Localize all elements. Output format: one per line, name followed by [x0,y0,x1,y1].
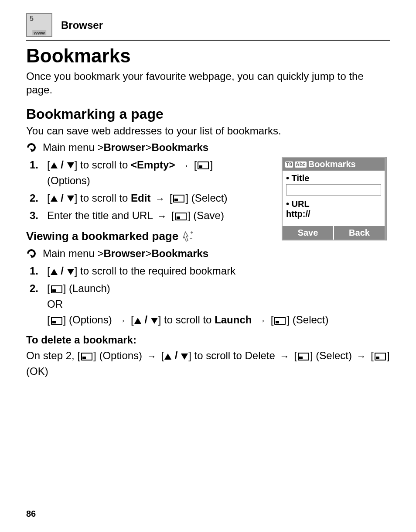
softkey-row: Save Back [283,226,385,240]
up-arrow-icon [51,162,58,168]
steps-list-2: 1.[ / ] to scroll to the required bookma… [26,263,378,328]
right-arrow-icon: → [280,349,290,364]
down-arrow-icon [181,354,188,360]
up-arrow-icon [164,354,171,360]
title-field-label: Title [286,173,381,183]
url-input-value[interactable]: http:// [286,209,381,219]
softkey-icon [198,161,209,169]
section-label: Browser [61,19,103,31]
softkey-icon [175,213,187,220]
step-item: 2.[] (Launch)OR[] (Options) → [ / ] to s… [30,281,378,328]
phone-body: Title URL http:// [283,171,385,226]
down-arrow-icon [67,269,74,275]
title-input[interactable] [286,184,381,196]
softkey-icon [81,353,92,360]
nav-sep: > [145,141,151,154]
delete-instructions: On step 2, [] (Options) → [ / ] to scrol… [26,348,390,379]
softkey-icon [375,353,386,360]
steps-list-1: 1.[ / ] to scroll to <Empty> → [] (Optio… [26,157,252,223]
down-arrow-icon [67,196,74,202]
down-arrow-icon [151,318,158,324]
down-arrow-icon [67,162,74,168]
nav-b2: Bookmarks [151,141,208,154]
nav2-pre: Main menu > [43,247,103,260]
up-arrow-icon [51,269,58,275]
softkey-back[interactable]: Back [333,226,385,240]
page-header: 5www Browser [26,13,390,41]
step-item: 2.[ / ] to scroll to Edit → [] (Select) [30,190,252,206]
navigate-icon [26,248,39,259]
phone-titlebar: T9 Abc Bookmarks [283,158,385,171]
url-field-label: URL [286,199,381,209]
right-arrow-icon: → [157,209,167,223]
right-arrow-icon: → [116,313,126,328]
step-item: 1.[ / ] to scroll to the required bookma… [30,263,378,279]
right-arrow-icon: → [180,158,189,173]
section-heading-1: Bookmarking a page [26,106,390,122]
softkey-icon [51,285,62,293]
up-arrow-icon [51,196,58,202]
right-arrow-icon: → [155,192,165,206]
right-arrow-icon: → [256,313,266,328]
nav-pre: Main menu > [43,141,103,154]
softkey-icon [173,195,184,203]
intro-text: Once you bookmark your favourite webpage… [26,69,390,96]
section2-heading-text: Viewing a bookmarked page [26,230,178,243]
nav-path-1: Main menu > Browser > Bookmarks [26,141,390,154]
nav2-sep: > [145,247,151,260]
phone-mock: T9 Abc Bookmarks Title URL http:// Save … [282,157,385,240]
phone-title-text: Bookmarks [308,159,356,169]
step-item: 1.[ / ] to scroll to <Empty> → [] (Optio… [30,157,252,189]
up-arrow-icon [134,318,141,324]
softkey-icon [51,317,62,325]
delete-heading: To delete a bookmark: [26,334,390,346]
text-mode-icon: T9 [285,161,293,168]
right-arrow-icon: → [357,349,366,364]
softkey-icon [274,317,286,325]
nav2-b2: Bookmarks [151,247,208,260]
nav-b1: Browser [103,141,145,154]
abc-mode-icon: Abc [295,161,307,168]
nav-path-2: Main menu > Browser > Bookmarks [26,247,390,260]
browser-www-icon: 5www [26,13,52,37]
page-number: 86 [26,509,36,519]
cursor-hand-icon [182,230,195,243]
nav2-b1: Browser [103,247,145,260]
navigate-icon [26,142,39,153]
right-arrow-icon: → [147,349,157,364]
softkey-icon [298,353,309,360]
step-item: 3.Enter the title and URL → [] (Save) [30,208,252,223]
softkey-save[interactable]: Save [283,226,333,240]
page-title: Bookmarks [26,45,390,67]
section1-intro: You can save web addresses to your list … [26,124,390,137]
